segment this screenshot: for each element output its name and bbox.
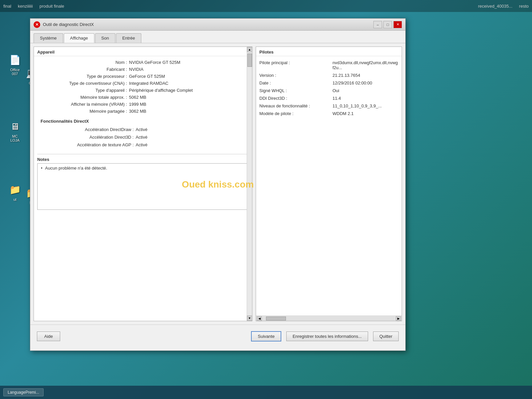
info-row-vram: Afficher la mémoire (VRAM) : 1999 MB xyxy=(41,101,245,108)
desktop: final kenziiiiii produit finale received… xyxy=(0,0,532,399)
tab-systeme[interactable]: Système xyxy=(34,33,63,43)
scroll-bar[interactable]: ▲ ▼ xyxy=(247,47,252,321)
right-value-modele: WDDM 2.1 xyxy=(332,111,354,116)
notes-bullet: • xyxy=(41,166,43,171)
dx-label-directdraw: Accélération DirectDraw : xyxy=(41,127,134,132)
h-scrollbar[interactable]: ◀ ▶ xyxy=(256,316,402,321)
h-scroll-right-button[interactable]: ▶ xyxy=(396,316,401,321)
dx-label-direct3d: Accélération Direct3D : xyxy=(41,135,134,140)
tab-affichage[interactable]: Affichage xyxy=(64,33,94,43)
tab-bar: Système Affichage Son Entrée xyxy=(30,31,405,43)
window-titlebar: ✕ Outil de diagnostic DirectX – □ ✕ xyxy=(30,19,405,31)
info-label-partagee: Mémoire partagée : xyxy=(41,109,127,114)
info-row-processeur: Type de processeur : GeForce GT 525M xyxy=(41,73,245,80)
taskbar-top-item-final[interactable]: final xyxy=(3,4,11,9)
right-label-modele: Modèle de pilote : xyxy=(259,111,332,116)
notes-box: • Aucun problème n'a été détecté. xyxy=(37,163,249,210)
aide-button[interactable]: Aide xyxy=(37,332,60,341)
right-value-ddi: 11.4 xyxy=(332,96,341,101)
info-value-appareil: Périphérique d'affichage Complet xyxy=(129,88,193,93)
minimize-button[interactable]: – xyxy=(373,21,382,28)
info-label-fabricant: Fabricant : xyxy=(41,67,127,72)
right-label-ddi: DDI Direct3D : xyxy=(259,96,332,101)
right-row-modele: Modèle de pilote : WDDM 2.1 xyxy=(259,110,398,117)
right-label-version: Version : xyxy=(259,73,332,78)
dx-value-direct3d: Activé xyxy=(136,135,147,140)
right-label-whql: Signé WHQL : xyxy=(259,88,332,93)
info-value-convertisseur: Integrated RAMDAC xyxy=(129,81,169,86)
scroll-down-button[interactable]: ▼ xyxy=(247,316,252,321)
tab-son[interactable]: Son xyxy=(95,33,115,43)
scroll-thumb[interactable] xyxy=(247,54,252,67)
window-close-icon[interactable]: ✕ xyxy=(34,21,40,28)
notes-item: • Aucun problème n'a été détecté. xyxy=(41,166,245,171)
suivante-button[interactable]: Suivante xyxy=(251,331,281,341)
mc-icon: 🖥 xyxy=(8,120,22,133)
right-value-version: 21.21.13.7654 xyxy=(332,73,360,78)
info-label-vram: Afficher la mémoire (VRAM) : xyxy=(41,102,127,107)
notes-text: Aucun problème n'a été détecté. xyxy=(45,166,107,171)
info-label-convertisseur: Type de convertisseur (CNA) : xyxy=(41,81,127,86)
info-value-fabricant: NVIDIA xyxy=(129,67,143,72)
taskbar-top-resto: resto xyxy=(519,4,529,9)
info-label-memoire-totale: Mémoire totale approx. : xyxy=(41,95,127,100)
dx-features-section: Fonctionnalités DirectX Accélération Dir… xyxy=(34,117,252,151)
content-area: Appareil Nom : NVIDIA GeForce GT 525M Fa… xyxy=(30,43,405,325)
quitter-button[interactable]: Quitter xyxy=(373,332,399,341)
info-row-nom: Nom : NVIDIA GeForce GT 525M xyxy=(41,59,245,66)
info-value-vram: 1999 MB xyxy=(129,102,146,107)
maximize-button[interactable]: □ xyxy=(383,21,392,28)
h-scroll-thumb[interactable] xyxy=(266,317,286,321)
right-value-niveaux: 11_0,10_1,10_0,9_3,9_... xyxy=(332,103,382,108)
taskbar-top: final kenziiiiii produit finale received… xyxy=(0,0,532,12)
h-scroll-track[interactable] xyxy=(263,316,395,321)
taskbar-top-item-produit[interactable]: produit finale xyxy=(40,4,64,9)
desktop-icon-mc[interactable]: 🖥 MC LOJA xyxy=(3,120,27,142)
info-value-partagee: 3062 MB xyxy=(129,109,146,114)
info-value-memoire-totale: 5062 MB xyxy=(129,95,146,100)
office-icon: 📄 xyxy=(8,53,22,66)
info-row-partagee: Mémoire partagée : 3062 MB xyxy=(41,108,245,115)
h-scroll-left-button[interactable]: ◀ xyxy=(257,316,262,321)
window-controls: – □ ✕ xyxy=(373,21,402,28)
info-row-fabricant: Fabricant : NVIDIA xyxy=(41,66,245,73)
dx-row-direct3d: Accélération Direct3D : Activé xyxy=(41,133,245,141)
right-row-date: Date : 12/29/2016 02:00:00 xyxy=(259,79,398,87)
right-panel: Pilotes Pilote principal : nvd3dumx.dll,… xyxy=(256,47,402,321)
tab-entree[interactable]: Entrée xyxy=(116,33,141,43)
right-label-pilote: Pilote principal : xyxy=(259,60,332,65)
taskbar-bottom: LanguagePremi... xyxy=(0,386,532,399)
right-value-date: 12/29/2016 02:00:00 xyxy=(332,80,372,85)
dx-value-agp: Activé xyxy=(136,142,147,147)
dx-header: Fonctionnalités DirectX xyxy=(41,119,245,124)
right-label-niveaux: Niveaux de fonctionnalité : xyxy=(259,103,332,108)
dx-row-directdraw: Accélération DirectDraw : Activé xyxy=(41,126,245,133)
taskbar-top-item-kenziiiiii[interactable]: kenziiiiii xyxy=(18,4,33,9)
right-row-niveaux: Niveaux de fonctionnalité : 11_0,10_1,10… xyxy=(259,102,398,110)
right-value-whql: Oui xyxy=(332,88,339,93)
desktop-icon-loja-label: LOJA xyxy=(10,138,20,142)
info-row-convertisseur: Type de convertisseur (CNA) : Integrated… xyxy=(41,80,245,87)
info-row-appareil: Type d'appareil : Périphérique d'afficha… xyxy=(41,87,245,94)
scroll-up-button[interactable]: ▲ xyxy=(247,47,252,52)
dx-value-directdraw: Activé xyxy=(136,127,147,132)
dx-label-agp: Accélération de texture AGP : xyxy=(41,142,134,147)
close-button[interactable]: ✕ xyxy=(393,21,402,28)
desktop-icon-office-label: Office xyxy=(10,68,20,72)
info-value-nom: NVIDIA GeForce GT 525M xyxy=(129,60,180,65)
dx-row-agp: Accélération de texture AGP : Activé xyxy=(41,141,245,149)
info-label-processeur: Type de processeur : xyxy=(41,74,127,79)
appareil-header: Appareil xyxy=(34,47,252,56)
taskbar-bottom-item[interactable]: LanguagePremi... xyxy=(3,388,44,396)
info-value-processeur: GeForce GT 525M xyxy=(129,74,165,79)
enregistrer-button[interactable]: Enregistrer toutes les informations... xyxy=(286,332,368,341)
right-row-ddi: DDI Direct3D : 11.4 xyxy=(259,94,398,102)
right-row-pilote: Pilote principal : nvd3dumx.dll,nvwgf2um… xyxy=(259,59,398,71)
info-row-memoire-totale: Mémoire totale approx. : 5062 MB xyxy=(41,94,245,101)
bottom-bar: Aide Suivante Enregistrer toutes les inf… xyxy=(30,325,405,348)
info-label-appareil: Type d'appareil : xyxy=(41,88,127,93)
ut-icon: 📁 xyxy=(8,183,22,196)
left-panel: Appareil Nom : NVIDIA GeForce GT 525M Fa… xyxy=(34,47,252,321)
directx-window: ✕ Outil de diagnostic DirectX – □ ✕ Syst… xyxy=(30,18,406,351)
right-value-pilote: nvd3dumx.dll,nvwgf2umx.dll,nvwgf2u... xyxy=(332,60,398,70)
